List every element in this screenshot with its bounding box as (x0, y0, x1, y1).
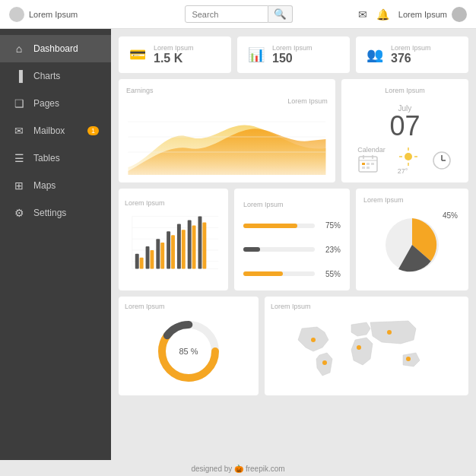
svg-rect-32 (160, 243, 164, 268)
earnings-title: Earnings (126, 87, 328, 94)
footer-text: designed by 🎃 freepik.com (191, 465, 284, 473)
main-layout: ⌂ Dashboard ▐ Charts ❑ Pages ✉ Mailbox 1… (0, 29, 476, 460)
svg-point-48 (322, 360, 327, 365)
stat-label-0: Lorem Ipsum (154, 44, 194, 52)
charts-icon: ▐ (12, 70, 26, 82)
bell-icon[interactable]: 🔔 (376, 8, 389, 21)
stat-info-2: Lorem Ipsum 376 (391, 44, 431, 65)
prog-pct-0: 75% (319, 221, 341, 230)
sidebar-item-maps[interactable]: ⊞ Maps (0, 172, 111, 199)
sidebar-item-tables[interactable]: ☰ Tables (0, 144, 111, 172)
cal-day: 07 (389, 113, 420, 140)
svg-point-49 (357, 345, 361, 350)
tables-icon: ☰ (12, 152, 26, 164)
mailbox-badge: 1 (87, 126, 99, 135)
donut-pct: 85 % (179, 347, 198, 356)
svg-rect-27 (135, 254, 139, 269)
stat-info-0: Lorem Ipsum 1.5 K (154, 44, 194, 65)
card-icon-2: 👥 (367, 46, 383, 63)
donut-label: Lorem Ipsum (125, 303, 252, 310)
search-button[interactable]: 🔍 (268, 5, 293, 23)
svg-rect-30 (150, 250, 154, 269)
stat-card-2: 👥 Lorem Ipsum 376 (356, 36, 468, 73)
logo-text: Lorem Ipsum (29, 10, 78, 19)
stat-label-1: Lorem Ipsum (272, 44, 313, 52)
prog-track-0 (243, 224, 315, 228)
topbar-icons: ✉ 🔔 Lorem Ipsum (358, 7, 467, 22)
clock-icon (431, 150, 452, 171)
stat-card-1: 📊 Lorem Ipsum 150 (237, 36, 350, 73)
topbar-logo: Lorem Ipsum (9, 7, 120, 22)
mail-icon[interactable]: ✉ (358, 8, 367, 21)
sidebar-item-pages[interactable]: ❑ Pages (0, 90, 111, 117)
bar-chart-svg (125, 208, 222, 284)
charts-row-2: Lorem Ipsum (119, 189, 468, 290)
donut-card: Lorem Ipsum 85 % (119, 297, 259, 395)
sidebar-item-mailbox[interactable]: ✉ Mailbox 1 (0, 117, 111, 144)
topbar: Lorem Ipsum 🔍 ✉ 🔔 Lorem Ipsum (0, 0, 476, 29)
svg-rect-29 (146, 246, 150, 269)
svg-rect-36 (182, 230, 186, 268)
sidebar-label-dashboard: Dashboard (33, 43, 78, 54)
svg-point-47 (406, 357, 411, 361)
svg-point-46 (387, 330, 392, 335)
sidebar-label-pages: Pages (33, 98, 59, 109)
prog-fill-0 (243, 224, 297, 228)
sidebar-item-settings[interactable]: ⚙ Settings (0, 199, 111, 227)
bar-chart-label: Lorem Ipsum (125, 199, 165, 207)
stat-value-0: 1.5 K (154, 52, 194, 65)
sidebar-label-charts: Charts (33, 71, 60, 81)
svg-point-12 (405, 153, 412, 160)
settings-icon: ⚙ (12, 207, 26, 219)
bar-chart-card: Lorem Ipsum (119, 189, 228, 290)
stat-value-2: 376 (391, 52, 431, 65)
svg-rect-8 (367, 163, 370, 165)
progress-item-0: 75% (243, 221, 341, 230)
svg-rect-35 (177, 224, 181, 268)
pie-pct: 45% (443, 211, 458, 220)
svg-point-45 (311, 338, 316, 342)
stat-info-1: Lorem Ipsum 150 (272, 44, 313, 65)
logo-avatar (9, 7, 24, 22)
svg-rect-7 (362, 163, 365, 165)
maps-icon: ⊞ (12, 179, 26, 192)
svg-rect-38 (192, 225, 196, 268)
sidebar-label-tables: Tables (33, 153, 60, 163)
search-input[interactable] (185, 5, 268, 23)
sidebar: ⌂ Dashboard ▐ Charts ❑ Pages ✉ Mailbox 1… (0, 29, 111, 460)
cal-bottom: Calendar (357, 146, 452, 175)
cal-date: July 07 (389, 104, 420, 140)
svg-rect-34 (171, 235, 175, 268)
mail-sidebar-icon: ✉ (12, 125, 26, 137)
user-name: Lorem Ipsum (398, 10, 447, 19)
cal-weather-wrap: 27° (398, 146, 419, 175)
home-icon: ⌂ (12, 43, 26, 55)
progress-item-1: 23% (243, 246, 341, 254)
map-label: Lorem Ipsum (271, 303, 462, 310)
svg-rect-31 (156, 239, 160, 268)
pie-wrap: 45% (363, 207, 461, 283)
pie-label: Lorem Ipsum (363, 196, 461, 204)
card-icon-0: 💳 (129, 46, 146, 63)
svg-rect-10 (362, 167, 365, 169)
earnings-card: Earnings Lorem Ipsum (119, 79, 335, 182)
sidebar-label-settings: Settings (33, 208, 66, 218)
progress-label: Lorem Ipsum (243, 201, 341, 208)
world-map-svg (271, 313, 462, 389)
svg-rect-9 (371, 163, 374, 165)
topbar-search: 🔍 (120, 5, 358, 23)
prog-track-2 (243, 271, 315, 276)
svg-rect-37 (188, 221, 192, 269)
card-icon-1: 📊 (248, 46, 265, 63)
sidebar-label-maps: Maps (33, 180, 56, 191)
topbar-user: Lorem Ipsum (398, 7, 467, 22)
svg-rect-11 (367, 167, 370, 169)
svg-rect-28 (140, 258, 144, 269)
footer: designed by 🎃 freepik.com (0, 460, 476, 476)
sidebar-item-charts[interactable]: ▐ Charts (0, 62, 111, 90)
content-area: 💳 Lorem Ipsum 1.5 K 📊 Lorem Ipsum 150 👥 … (111, 29, 476, 460)
stat-row: 💳 Lorem Ipsum 1.5 K 📊 Lorem Ipsum 150 👥 … (119, 36, 468, 73)
cal-calendar-icon-wrap: Calendar (357, 146, 386, 175)
pie-chart-svg (382, 214, 443, 275)
sidebar-item-dashboard[interactable]: ⌂ Dashboard (0, 35, 111, 62)
